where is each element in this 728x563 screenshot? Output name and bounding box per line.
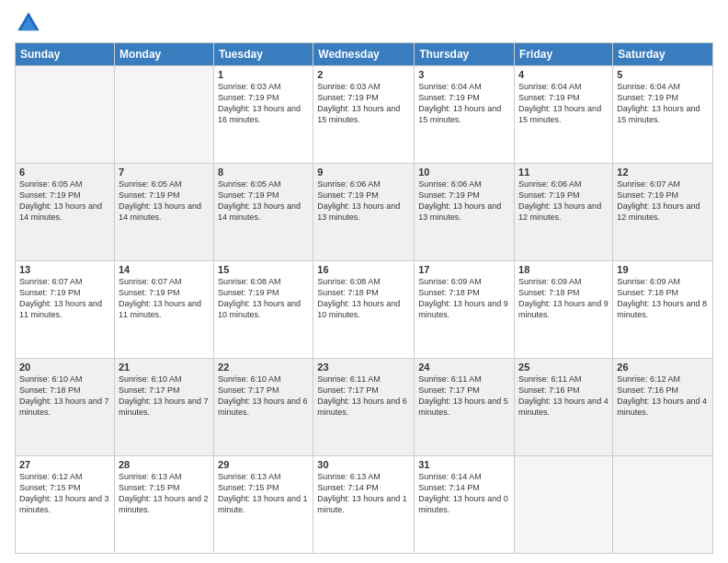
day-number: 10 — [418, 167, 510, 178]
day-number: 6 — [19, 167, 110, 178]
logo — [15, 9, 46, 37]
day-info: Sunrise: 6:09 AM Sunset: 7:18 PM Dayligh… — [418, 276, 510, 321]
day-number: 30 — [317, 459, 410, 470]
page: SundayMondayTuesdayWednesdayThursdayFrid… — [0, 0, 728, 563]
day-info: Sunrise: 6:10 AM Sunset: 7:18 PM Dayligh… — [19, 373, 110, 419]
calendar-cell: 29Sunrise: 6:13 AM Sunset: 7:15 PM Dayli… — [214, 456, 313, 554]
day-info: Sunrise: 6:05 AM Sunset: 7:19 PM Dayligh… — [218, 178, 309, 224]
calendar-cell: 12Sunrise: 6:07 AM Sunset: 7:19 PM Dayli… — [613, 164, 713, 261]
week-row-3: 13Sunrise: 6:07 AM Sunset: 7:19 PM Dayli… — [16, 261, 713, 359]
day-info: Sunrise: 6:09 AM Sunset: 7:18 PM Dayligh… — [518, 276, 609, 321]
day-number: 4 — [518, 69, 609, 80]
logo-icon — [15, 9, 42, 37]
week-row-4: 20Sunrise: 6:10 AM Sunset: 7:18 PM Dayli… — [16, 359, 713, 456]
day-info: Sunrise: 6:07 AM Sunset: 7:19 PM Dayligh… — [119, 276, 210, 321]
day-info: Sunrise: 6:08 AM Sunset: 7:19 PM Dayligh… — [218, 276, 309, 321]
week-row-1: 1Sunrise: 6:03 AM Sunset: 7:19 PM Daylig… — [16, 66, 713, 164]
day-info: Sunrise: 6:10 AM Sunset: 7:17 PM Dayligh… — [218, 373, 309, 419]
calendar-cell: 17Sunrise: 6:09 AM Sunset: 7:18 PM Dayli… — [415, 261, 515, 359]
day-number: 28 — [119, 459, 210, 470]
day-info: Sunrise: 6:12 AM Sunset: 7:16 PM Dayligh… — [617, 373, 709, 419]
week-row-2: 6Sunrise: 6:05 AM Sunset: 7:19 PM Daylig… — [16, 164, 713, 261]
calendar-cell: 28Sunrise: 6:13 AM Sunset: 7:15 PM Dayli… — [114, 456, 213, 554]
day-number: 20 — [19, 362, 110, 373]
day-number: 25 — [518, 362, 609, 373]
day-info: Sunrise: 6:08 AM Sunset: 7:18 PM Dayligh… — [317, 276, 410, 321]
day-number: 29 — [218, 459, 309, 470]
day-info: Sunrise: 6:13 AM Sunset: 7:14 PM Dayligh… — [317, 471, 410, 516]
day-number: 31 — [418, 459, 510, 470]
calendar-body: 1Sunrise: 6:03 AM Sunset: 7:19 PM Daylig… — [16, 66, 713, 554]
day-number: 8 — [218, 167, 309, 178]
calendar-cell: 9Sunrise: 6:06 AM Sunset: 7:19 PM Daylig… — [313, 164, 415, 261]
day-info: Sunrise: 6:09 AM Sunset: 7:18 PM Dayligh… — [617, 276, 709, 321]
calendar-cell: 14Sunrise: 6:07 AM Sunset: 7:19 PM Dayli… — [114, 261, 213, 359]
calendar-cell: 11Sunrise: 6:06 AM Sunset: 7:19 PM Dayli… — [515, 164, 613, 261]
calendar-cell: 1Sunrise: 6:03 AM Sunset: 7:19 PM Daylig… — [214, 66, 313, 164]
calendar-cell — [613, 456, 713, 554]
calendar-cell: 21Sunrise: 6:10 AM Sunset: 7:17 PM Dayli… — [114, 359, 213, 456]
day-info: Sunrise: 6:05 AM Sunset: 7:19 PM Dayligh… — [119, 178, 210, 224]
day-info: Sunrise: 6:14 AM Sunset: 7:14 PM Dayligh… — [418, 471, 510, 516]
calendar-cell — [16, 66, 115, 164]
col-header-friday: Friday — [515, 43, 613, 66]
header — [15, 9, 713, 37]
day-info: Sunrise: 6:04 AM Sunset: 7:19 PM Dayligh… — [418, 81, 510, 126]
calendar-cell: 30Sunrise: 6:13 AM Sunset: 7:14 PM Dayli… — [313, 456, 415, 554]
day-info: Sunrise: 6:10 AM Sunset: 7:17 PM Dayligh… — [119, 373, 210, 419]
calendar-cell: 24Sunrise: 6:11 AM Sunset: 7:17 PM Dayli… — [415, 359, 515, 456]
day-number: 16 — [317, 264, 410, 275]
week-row-5: 27Sunrise: 6:12 AM Sunset: 7:15 PM Dayli… — [16, 456, 713, 554]
day-info: Sunrise: 6:03 AM Sunset: 7:19 PM Dayligh… — [317, 81, 410, 126]
day-info: Sunrise: 6:13 AM Sunset: 7:15 PM Dayligh… — [119, 471, 210, 516]
calendar-cell: 4Sunrise: 6:04 AM Sunset: 7:19 PM Daylig… — [515, 66, 613, 164]
calendar-cell: 10Sunrise: 6:06 AM Sunset: 7:19 PM Dayli… — [415, 164, 515, 261]
day-info: Sunrise: 6:12 AM Sunset: 7:15 PM Dayligh… — [19, 471, 110, 516]
day-info: Sunrise: 6:11 AM Sunset: 7:16 PM Dayligh… — [518, 373, 609, 419]
day-info: Sunrise: 6:03 AM Sunset: 7:19 PM Dayligh… — [218, 81, 309, 126]
day-number: 18 — [518, 264, 609, 275]
day-number: 13 — [19, 264, 110, 275]
calendar-header-row: SundayMondayTuesdayWednesdayThursdayFrid… — [16, 43, 713, 66]
calendar: SundayMondayTuesdayWednesdayThursdayFrid… — [15, 42, 713, 554]
day-number: 11 — [518, 167, 609, 178]
calendar-cell: 31Sunrise: 6:14 AM Sunset: 7:14 PM Dayli… — [415, 456, 515, 554]
day-info: Sunrise: 6:06 AM Sunset: 7:19 PM Dayligh… — [518, 178, 609, 224]
calendar-cell: 3Sunrise: 6:04 AM Sunset: 7:19 PM Daylig… — [415, 66, 515, 164]
calendar-cell — [515, 456, 613, 554]
calendar-cell: 23Sunrise: 6:11 AM Sunset: 7:17 PM Dayli… — [313, 359, 415, 456]
calendar-cell: 27Sunrise: 6:12 AM Sunset: 7:15 PM Dayli… — [16, 456, 115, 554]
day-number: 17 — [418, 264, 510, 275]
calendar-cell: 20Sunrise: 6:10 AM Sunset: 7:18 PM Dayli… — [16, 359, 115, 456]
day-number: 1 — [218, 69, 309, 80]
calendar-cell: 13Sunrise: 6:07 AM Sunset: 7:19 PM Dayli… — [16, 261, 115, 359]
day-number: 7 — [119, 167, 210, 178]
day-number: 5 — [617, 69, 709, 80]
day-number: 27 — [19, 459, 110, 470]
calendar-cell: 5Sunrise: 6:04 AM Sunset: 7:19 PM Daylig… — [613, 66, 713, 164]
col-header-thursday: Thursday — [415, 43, 515, 66]
day-info: Sunrise: 6:04 AM Sunset: 7:19 PM Dayligh… — [617, 81, 709, 126]
day-number: 15 — [218, 264, 309, 275]
calendar-cell: 25Sunrise: 6:11 AM Sunset: 7:16 PM Dayli… — [515, 359, 613, 456]
day-info: Sunrise: 6:06 AM Sunset: 7:19 PM Dayligh… — [418, 178, 510, 224]
calendar-cell: 8Sunrise: 6:05 AM Sunset: 7:19 PM Daylig… — [214, 164, 313, 261]
day-number: 23 — [317, 362, 410, 373]
day-number: 19 — [617, 264, 709, 275]
calendar-cell: 16Sunrise: 6:08 AM Sunset: 7:18 PM Dayli… — [313, 261, 415, 359]
day-number: 14 — [119, 264, 210, 275]
col-header-tuesday: Tuesday — [214, 43, 313, 66]
col-header-monday: Monday — [114, 43, 213, 66]
day-number: 2 — [317, 69, 410, 80]
day-info: Sunrise: 6:07 AM Sunset: 7:19 PM Dayligh… — [617, 178, 709, 224]
day-info: Sunrise: 6:05 AM Sunset: 7:19 PM Dayligh… — [19, 178, 110, 224]
day-number: 21 — [119, 362, 210, 373]
day-number: 26 — [617, 362, 709, 373]
day-info: Sunrise: 6:11 AM Sunset: 7:17 PM Dayligh… — [418, 373, 510, 419]
calendar-cell — [114, 66, 213, 164]
col-header-wednesday: Wednesday — [313, 43, 415, 66]
day-number: 12 — [617, 167, 709, 178]
day-number: 3 — [418, 69, 510, 80]
day-info: Sunrise: 6:11 AM Sunset: 7:17 PM Dayligh… — [317, 373, 410, 419]
day-info: Sunrise: 6:06 AM Sunset: 7:19 PM Dayligh… — [317, 178, 410, 224]
